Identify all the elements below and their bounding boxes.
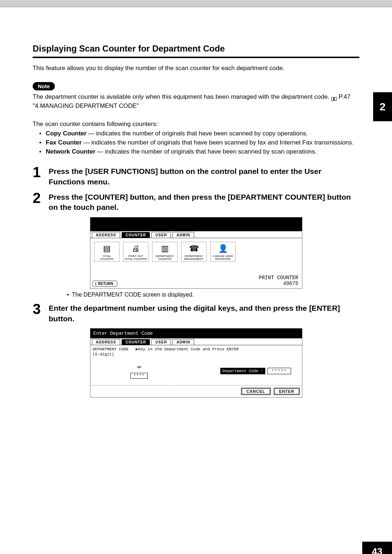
counter-icon: ▤ [103, 242, 111, 255]
counter-icon: ▥ [161, 242, 169, 255]
counter-name: Fax Counter [46, 139, 82, 146]
step-number: 3 [33, 302, 41, 316]
keypad-icon: ⌨ [137, 363, 141, 371]
step-number: 1 [33, 165, 41, 179]
screenshot-body: DEPARTMENT CODE ▶Key in the Department C… [90, 345, 302, 398]
print-counter-display: PRINT COUNTER 49675 [259, 275, 300, 287]
counters-intro: The scan counter contains following coun… [33, 121, 359, 128]
button-label: TOTAL COUNTER [100, 255, 113, 261]
step-text: Press the [USER FUNCTIONS] button on the… [49, 166, 359, 187]
screenshot-tabs: ADDRESS COUNTER USER ADMIN [90, 338, 302, 345]
instr-digits: (5-digit) [93, 352, 114, 357]
page-number: 43 [362, 542, 392, 554]
dept-code-field-value[interactable]: ***** [268, 368, 291, 374]
counter-desc: — indicates the number of originals that… [82, 139, 354, 146]
dept-code-instruction: DEPARTMENT CODE ▶Key in the Department C… [90, 345, 302, 359]
counter-item: Network Counter — indicates the number o… [39, 147, 359, 156]
enter-button[interactable]: ENTER [274, 388, 300, 395]
return-label: RETURN [98, 282, 113, 286]
dept-code-field: Department Code : ***** [220, 368, 291, 374]
button-label: DEPARTMENT MANAGEMENT [184, 255, 204, 261]
step-2-sub-bullet: The DEPARTMENT CODE screen is displayed. [67, 292, 359, 298]
tab-admin[interactable]: ADMIN [172, 232, 194, 238]
instr-text: Key in the Department Code and Press ENT… [138, 347, 238, 351]
cancel-button[interactable]: CANCEL [241, 388, 271, 395]
department-counter-button[interactable]: ▥DEPARTMENT COUNTER [152, 242, 177, 262]
step-2: 2 Press the [COUNTER] button, and then p… [33, 192, 359, 298]
step-text: Press the [COUNTER] button, and then pre… [49, 192, 359, 213]
intro-text: This feature allows you to display the n… [33, 65, 359, 72]
keypad-icon-group: ⌨ **** [130, 363, 148, 379]
section-title: Displaying Scan Counter for Department C… [33, 44, 359, 54]
book-icon [331, 95, 337, 99]
screenshot-blackbar [90, 217, 302, 231]
dept-code-mid-row: ⌨ **** Department Code : ***** [90, 358, 302, 385]
tab-user[interactable]: USER [151, 339, 171, 345]
screenshot-counter-menu: ADDRESS COUNTER USER ADMIN ▤TOTAL COUNTE… [90, 217, 302, 289]
counter-name: Copy Counter [46, 130, 86, 137]
counter-desc: — indicates the number of originals that… [86, 130, 308, 137]
return-button[interactable]: ⟨ RETURN [93, 281, 117, 287]
screenshot-button-row: ▤TOTAL COUNTER 🖨PRINT OUT TOTAL COUNTER … [93, 240, 300, 264]
counter-item: Copy Counter — indicates the number of o… [39, 129, 359, 138]
tab-counter[interactable]: COUNTER [122, 232, 150, 238]
screenshot-tabs: ADDRESS COUNTER USER ADMIN [90, 231, 302, 238]
note-text-a: The department counter is available only… [33, 93, 331, 100]
tab-user[interactable]: USER [151, 232, 171, 238]
counter-item: Fax Counter — indicates the number of or… [39, 138, 359, 147]
page: 2 43 Displaying Scan Counter for Departm… [0, 7, 392, 554]
counter-list: Copy Counter — indicates the number of o… [39, 129, 359, 156]
input-mask-box: **** [130, 373, 148, 379]
tab-counter[interactable]: COUNTER [122, 339, 150, 345]
change-user-password-button[interactable]: 👤CHANGE USER PASSWORD [210, 242, 236, 262]
print-counter-label: PRINT COUNTER [259, 275, 298, 281]
screenshot-enter-dept-code: Enter Department Code ADDRESS COUNTER US… [90, 328, 302, 398]
counter-desc: — indicates the number of originals that… [95, 148, 317, 155]
department-management-button[interactable]: ☎DEPARTMENT MANAGEMENT [181, 242, 207, 262]
dept-code-field-label: Department Code : [220, 368, 265, 374]
tab-address[interactable]: ADDRESS [92, 232, 120, 238]
step-text: Enter the department number using the di… [49, 303, 359, 324]
button-label: CHANGE USER PASSWORD [213, 255, 233, 261]
management-icon: ☎ [189, 242, 199, 255]
note-text: The department counter is available only… [33, 93, 359, 110]
chevron-left-icon: ⟨ [95, 282, 97, 286]
content-area: Displaying Scan Counter for Department C… [33, 44, 359, 403]
chapter-tab: 2 [373, 92, 392, 121]
button-label: PRINT OUT TOTAL COUNTER [124, 255, 147, 261]
instr-label: DEPARTMENT CODE [93, 347, 128, 351]
button-label: DEPARTMENT COUNTER [156, 255, 174, 261]
step-3: 3 Enter the department number using the … [33, 303, 359, 398]
screenshot-footer: ⟨ RETURN PRINT COUNTER 49675 [90, 274, 302, 289]
title-rule [33, 57, 359, 58]
total-counter-button[interactable]: ▤TOTAL COUNTER [94, 242, 119, 262]
printer-icon: 🖨 [132, 242, 140, 255]
note-badge: Note [33, 82, 55, 90]
print-counter-value: 49675 [259, 281, 298, 287]
screenshot-title-bar: Enter Department Code [90, 329, 302, 338]
counter-name: Network Counter [46, 148, 95, 155]
user-password-icon: 👤 [218, 242, 228, 255]
step-number: 2 [33, 191, 41, 205]
step-1: 1 Press the [USER FUNCTIONS] button on t… [33, 166, 359, 187]
tab-address[interactable]: ADDRESS [92, 339, 120, 345]
printout-total-counter-button[interactable]: 🖨PRINT OUT TOTAL COUNTER [123, 242, 148, 262]
tab-admin[interactable]: ADMIN [172, 339, 194, 345]
dialog-buttons: CANCEL ENTER [90, 385, 302, 397]
screenshot-body: ▤TOTAL COUNTER 🖨PRINT OUT TOTAL COUNTER … [90, 238, 302, 274]
steps-list: 1 Press the [USER FUNCTIONS] button on t… [33, 166, 359, 398]
